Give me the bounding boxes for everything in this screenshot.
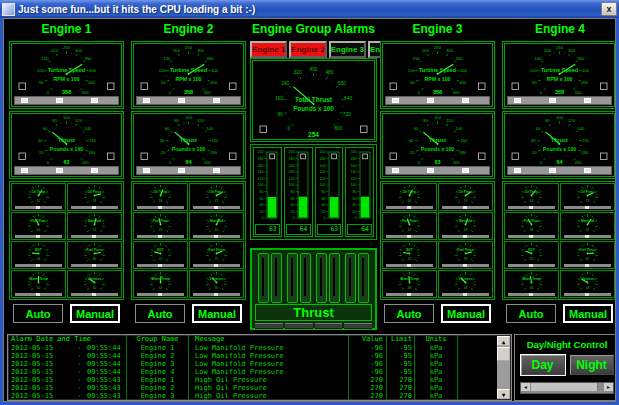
day-night-scrollbar[interactable]: ◄ ► <box>520 382 614 394</box>
svg-text:500: 500 <box>82 90 90 95</box>
small-gauge-slider[interactable] <box>193 206 240 209</box>
thrust-vertical-slider[interactable] <box>316 253 327 303</box>
scroll-up-icon[interactable]: ▲ <box>497 336 510 346</box>
thrust-vertical-slider[interactable] <box>358 253 369 303</box>
small-gauge-slider[interactable] <box>442 264 489 267</box>
small-gauge-slider[interactable] <box>508 206 555 209</box>
small-gauge-slider[interactable] <box>508 264 555 267</box>
small-gauge-slider[interactable] <box>137 293 184 296</box>
small-gauge-slider[interactable] <box>15 264 62 267</box>
small-gauge-dial: Fuel Press75 <box>191 242 242 263</box>
thrust-vertical-slider[interactable] <box>329 253 340 303</box>
thrust-slider[interactable] <box>136 166 241 175</box>
auto-button[interactable]: Auto <box>384 304 434 323</box>
small-gauge-slider[interactable] <box>137 206 184 209</box>
turbine-slider[interactable] <box>385 96 490 105</box>
thrust-slider[interactable] <box>14 166 119 175</box>
scroll-down-icon[interactable]: ▼ <box>497 389 510 399</box>
small-gauge-slider[interactable] <box>71 206 118 209</box>
thrust-vertical-slider[interactable] <box>271 253 282 303</box>
auto-button[interactable]: Auto <box>13 304 63 323</box>
svg-text:0: 0 <box>418 160 421 165</box>
svg-text:52: 52 <box>159 286 163 290</box>
day-night-scroll-thumb[interactable] <box>531 383 598 391</box>
thrust-slider[interactable] <box>507 166 612 175</box>
thrust-gauge-panel: 020406080100120140160180200ThrustPounds … <box>380 111 495 179</box>
thrust-slider-segment[interactable] <box>315 323 343 329</box>
svg-text:60: 60 <box>408 199 412 203</box>
small-gauge-slider[interactable] <box>442 293 489 296</box>
small-gauge-slider[interactable] <box>137 264 184 267</box>
small-gauge-dial: Manifold58 <box>440 213 491 234</box>
scroll-left-icon[interactable]: ◄ <box>521 383 530 391</box>
alarm-table-scrollbar[interactable]: ▲ ▼ <box>497 336 510 399</box>
manual-button[interactable]: Manual <box>192 304 242 323</box>
small-gauge-slider[interactable] <box>386 235 433 238</box>
svg-text:40: 40 <box>160 138 165 143</box>
small-gauge-slider[interactable] <box>15 206 62 209</box>
thrust-slider-segment[interactable] <box>285 323 313 329</box>
small-gauge-slider[interactable] <box>564 206 611 209</box>
small-gauge-slider[interactable] <box>71 235 118 238</box>
thrust-vertical-slider[interactable] <box>300 253 311 303</box>
scroll-thumb[interactable] <box>497 347 510 361</box>
svg-text:140: 140 <box>319 170 325 174</box>
thrust-slider-segment[interactable] <box>255 323 283 329</box>
manual-button[interactable]: Manual <box>70 304 120 323</box>
group-alarm-button-engine-2[interactable]: Engine 2 <box>289 41 326 58</box>
thrust-slider[interactable] <box>385 166 490 175</box>
small-gauge-slider[interactable] <box>71 293 118 296</box>
thrust-vertical-slider[interactable] <box>345 253 356 303</box>
small-gauge-slider[interactable] <box>193 264 240 267</box>
small-gauge-slider[interactable] <box>386 264 433 267</box>
manual-button[interactable]: Manual <box>441 304 491 323</box>
svg-text:Water Temp: Water Temp <box>401 277 419 281</box>
auto-button[interactable]: Auto <box>506 304 556 323</box>
thrust-slider-segment[interactable] <box>344 323 372 329</box>
thrust-slider-track[interactable] <box>255 323 372 329</box>
small-gauge-dial: Fuel Flow42 <box>384 213 435 234</box>
small-gauge-slider[interactable] <box>564 235 611 238</box>
small-gauge-slider[interactable] <box>193 235 240 238</box>
alarm-row[interactable]: 2012-05-15-09:55:44Engine 2Low Manifold … <box>8 352 511 360</box>
turbine-slider[interactable] <box>136 96 241 105</box>
alarm-row[interactable]: 2012-05-15-09:55:43Engine 2High Oil Pres… <box>8 384 511 392</box>
small-gauge-slider[interactable] <box>564 293 611 296</box>
small-gauge-slider[interactable] <box>193 293 240 296</box>
night-button[interactable]: Night <box>570 355 614 375</box>
small-gauge-slider[interactable] <box>386 293 433 296</box>
close-button[interactable]: x <box>601 2 617 16</box>
small-gauge-slider[interactable] <box>15 293 62 296</box>
thrust-vertical-slider[interactable] <box>258 253 269 303</box>
thrust-vertical-slider[interactable] <box>287 253 298 303</box>
small-gauge-slider[interactable] <box>137 235 184 238</box>
svg-text:480: 480 <box>325 70 333 75</box>
group-alarm-button-engine-3[interactable]: Engine 3 <box>329 41 366 58</box>
manual-button[interactable]: Manual <box>563 304 613 323</box>
alarm-row[interactable]: 2012-05-15-09:55:44Engine 1Low Manifold … <box>8 344 511 352</box>
alarm-row[interactable]: 2012-05-15-09:55:43Engine 3High Oil Pres… <box>8 392 511 400</box>
titlebar[interactable]: Just some fun...but it hits the CPU load… <box>0 0 619 18</box>
day-night-panel: Day/Night Control Day Night ◄ ► <box>514 334 616 401</box>
small-gauge-slider[interactable] <box>386 206 433 209</box>
svg-text:400: 400 <box>89 68 97 73</box>
small-gauge-slider[interactable] <box>442 206 489 209</box>
alarm-row[interactable]: 2012-05-15-09:55:43Engine 1High Oil Pres… <box>8 376 511 384</box>
small-gauge-slider[interactable] <box>508 293 555 296</box>
small-gauge-slider[interactable] <box>15 235 62 238</box>
group-alarm-button-engine-1[interactable]: Engine 1 <box>250 41 287 58</box>
engine-column: 050100150200250300350400450500Turbine Sp… <box>131 41 246 323</box>
turbine-slider[interactable] <box>507 96 612 105</box>
svg-text:160: 160 <box>319 164 325 168</box>
small-gauge: Fuel Press78 <box>438 241 493 269</box>
small-gauge-slider[interactable] <box>508 235 555 238</box>
small-gauge-slider[interactable] <box>442 235 489 238</box>
small-gauge-slider[interactable] <box>71 264 118 267</box>
alarm-row[interactable]: 2012-05-15-09:55:44Engine 3Low Manifold … <box>8 360 511 368</box>
scroll-right-icon[interactable]: ► <box>604 383 613 391</box>
turbine-slider[interactable] <box>14 96 119 105</box>
auto-button[interactable]: Auto <box>135 304 185 323</box>
small-gauge-slider[interactable] <box>564 264 611 267</box>
alarm-row[interactable]: 2012-05-15-09:55:44Engine 4Low Manifold … <box>8 368 511 376</box>
day-button[interactable]: Day <box>521 355 565 375</box>
